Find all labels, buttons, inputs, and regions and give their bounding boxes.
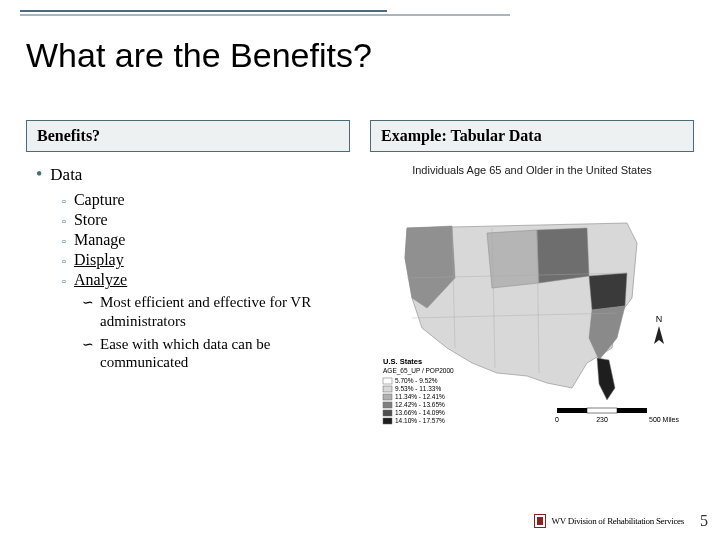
bullet-marker: ▫: [62, 235, 66, 247]
svg-rect-10: [383, 410, 392, 416]
bullet-level3: ∽ Most efficient and effective for VR ad…: [82, 293, 350, 331]
svg-rect-6: [383, 378, 392, 384]
decorative-top-rule: [20, 10, 700, 16]
bullet-text: Ease with which data can be communicated: [100, 335, 350, 373]
svg-rect-7: [383, 386, 392, 392]
bullet-level2: ▫ Capture: [62, 191, 350, 209]
org-logo-icon: [534, 514, 546, 528]
svg-rect-9: [383, 402, 392, 408]
legend-item: 9.53% - 11.33%: [395, 385, 441, 392]
bullet-text: Analyze: [74, 271, 127, 289]
legend-item: 13.66% - 14.09%: [395, 409, 445, 416]
bullet-level2: ▫ Manage: [62, 231, 350, 249]
legend-heading: U.S. States: [383, 357, 422, 366]
bullet-level2: ▫ Store: [62, 211, 350, 229]
legend-item: 11.34% - 12.41%: [395, 393, 445, 400]
svg-marker-5: [654, 326, 664, 344]
legend-field: AGE_65_UP / POP2000: [383, 367, 454, 375]
legend-item: 12.42% - 13.65%: [395, 401, 445, 408]
svg-rect-11: [383, 418, 392, 424]
us-map-svg: N U.S. States AGE_65_UP / POP2000 5.70% …: [377, 188, 687, 428]
bullet-marker: •: [36, 164, 42, 185]
bullet-text: Most efficient and effective for VR admi…: [100, 293, 350, 331]
bullet-level2-link: ▫ Analyze: [62, 271, 350, 289]
two-column-layout: Benefits? • Data ▫ Capture ▫ Store ▫ Man…: [26, 120, 694, 432]
bullet-text: Store: [74, 211, 108, 229]
bullet-marker: ▫: [62, 255, 66, 267]
scale-label: 0: [555, 416, 559, 423]
footer-org-text: WV Division of Rehabilitation Services: [552, 516, 684, 526]
bullet-text: Manage: [74, 231, 126, 249]
bullet-text: Display: [74, 251, 124, 269]
map-figure: Individuals Age 65 and Older in the Unit…: [370, 164, 694, 432]
left-column-header: Benefits?: [26, 120, 350, 152]
right-column: Example: Tabular Data Individuals Age 65…: [370, 120, 694, 432]
slide-footer: WV Division of Rehabilitation Services 5: [534, 512, 708, 530]
svg-rect-8: [383, 394, 392, 400]
bullet-level3: ∽ Ease with which data can be communicat…: [82, 335, 350, 373]
bullet-marker: ▫: [62, 275, 66, 287]
map-title: Individuals Age 65 and Older in the Unit…: [370, 164, 694, 176]
svg-rect-12: [557, 408, 587, 413]
svg-rect-13: [587, 408, 617, 413]
compass-label: N: [656, 314, 663, 324]
bullet-text: Data: [50, 165, 82, 185]
legend-item: 14.10% - 17.57%: [395, 417, 445, 424]
scale-label: 230: [596, 416, 608, 423]
slide-title: What are the Benefits?: [26, 36, 372, 75]
svg-rect-14: [617, 408, 647, 413]
left-column: Benefits? • Data ▫ Capture ▫ Store ▫ Man…: [26, 120, 350, 432]
bullet-marker: ∽: [82, 294, 94, 312]
bullet-text: Capture: [74, 191, 125, 209]
legend-item: 5.70% - 9.52%: [395, 377, 438, 384]
bullet-level2-link: ▫ Display: [62, 251, 350, 269]
slide-number: 5: [700, 512, 708, 530]
bullet-marker: ▫: [62, 195, 66, 207]
bullet-marker: ∽: [82, 336, 94, 354]
right-column-header: Example: Tabular Data: [370, 120, 694, 152]
bullet-level1: • Data: [36, 164, 350, 185]
scale-label: 500 Miles: [649, 416, 679, 423]
bullet-marker: ▫: [62, 215, 66, 227]
